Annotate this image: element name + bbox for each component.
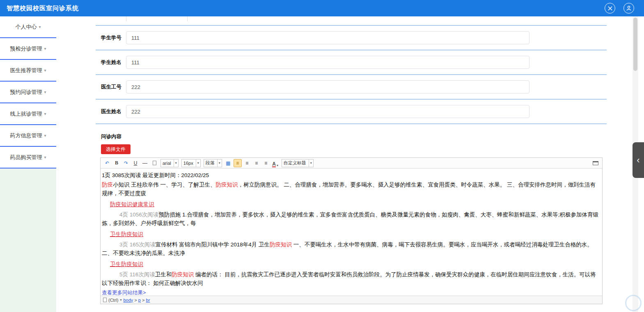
choose-file-button[interactable]: 选择文件 — [101, 144, 131, 154]
custom-title-value: 自定义标题 — [284, 160, 306, 166]
sidebar-footer — [0, 169, 56, 312]
editor-paragraph: 5页 116次阅读卫生和防疫知识 编者的话： 目前，抗震救灾工作已逐步进入受害者… — [102, 270, 601, 287]
editor-toolbar: ↶ B ↷ U — arial ▾ 16px ▾ 段落 — [101, 158, 602, 169]
sidebar-item[interactable]: 预检分诊管理▾ — [0, 38, 56, 60]
undo-icon[interactable]: ↶ — [103, 159, 111, 167]
student-number-input[interactable] — [126, 31, 529, 44]
partial-input[interactable] — [126, 16, 188, 21]
fullscreen-icon[interactable] — [591, 159, 600, 167]
doctor-name-label: 医生姓名 — [101, 108, 126, 115]
font-family-value: arial — [163, 161, 171, 166]
align-justify-icon[interactable]: ≡ — [262, 159, 270, 167]
element-path-link[interactable]: body — [123, 298, 133, 303]
bold-button[interactable]: B — [112, 159, 121, 167]
sidebar-item-label: 预检分诊管理 — [10, 45, 42, 52]
chevron-down-icon: ▾ — [196, 159, 200, 167]
editor-paragraph: 3页 165次阅读宣传材料 富锦市向阳川镇中学 2018年4月 卫生防疫知识 一… — [102, 240, 601, 257]
text-segment: 4页 1056次阅读 — [119, 212, 158, 218]
text-segment: 防疫知识 — [172, 271, 194, 278]
paragraph-value: 段落 — [206, 160, 215, 166]
font-size-select[interactable]: 16px ▾ — [181, 159, 201, 167]
redo-icon[interactable]: ↷ — [122, 159, 130, 167]
sidebar-item-label: 医生推荐管理 — [10, 67, 42, 74]
doctor-number-row: 医生工号 — [89, 75, 633, 99]
text-segment: 防疫知识 — [270, 241, 292, 248]
path-separator: > — [133, 298, 138, 303]
element-path-link[interactable]: br — [146, 298, 150, 303]
partial-field-row — [89, 16, 633, 21]
editor-statusbar: (Ctrl) ▾ body > p > br — [101, 296, 602, 304]
font-size-value: 16px — [183, 161, 193, 166]
result-link[interactable]: 卫生防疫知识 — [110, 231, 143, 237]
result-link[interactable]: 卫生防疫知识 — [110, 261, 143, 267]
chevron-down-icon: ▾ — [277, 164, 278, 167]
chevron-down-icon: ▾ — [309, 159, 313, 167]
font-color-letter: A — [272, 162, 276, 167]
sidebar-item[interactable]: 药品购买管理▾ — [0, 147, 56, 169]
text-segment: 防疫知识 — [216, 182, 238, 188]
table-icon[interactable]: ▦ — [224, 159, 232, 167]
element-path: body > p > br — [123, 298, 150, 303]
chevron-down-icon: ▾ — [44, 68, 46, 73]
paste-icon[interactable] — [103, 298, 107, 302]
student-number-label: 学生学号 — [101, 34, 126, 41]
chevron-down-icon: ▾ — [217, 159, 222, 167]
sidebar-item[interactable]: 线上就诊管理▾ — [0, 103, 56, 125]
editor-paragraph: 4页 1056次阅读预防措施 1.合理膳食，增加营养，要多饮水，摄入足够的维生素… — [102, 210, 601, 228]
student-name-input[interactable] — [126, 56, 529, 69]
editor-content[interactable]: 1页 3085次阅读 最近更新时间：2022/02/25防疫小知识 王桂欣辛伟 … — [101, 169, 602, 296]
editor-paragraph: 卫生防疫知识 — [102, 260, 601, 269]
chevron-down-icon: ▾ — [44, 46, 46, 51]
document-icon[interactable] — [150, 159, 158, 167]
app-title: 智慧校园校医室问诊系统 — [7, 5, 79, 12]
close-icon[interactable] — [605, 3, 615, 14]
align-right-icon[interactable]: ≡ — [252, 159, 261, 167]
editor-paragraph: 防疫知识健康常识 — [102, 200, 601, 209]
text-segment: 小知识 王桂欣辛伟 一、学习、了解卫生、 — [113, 182, 216, 188]
sidebar-item-label: 药方信息管理 — [10, 132, 42, 139]
student-name-label: 学生姓名 — [101, 59, 126, 66]
sidebar-item[interactable]: 药方信息管理▾ — [0, 125, 56, 147]
topbar-icons — [605, 3, 634, 14]
content-label: 问诊内容 — [101, 133, 633, 140]
underline-button[interactable]: U — [131, 159, 140, 167]
align-center-icon[interactable]: ≡ — [243, 159, 251, 167]
doctor-number-label: 医生工号 — [101, 84, 126, 91]
editor-paragraph: 查看更多同站结果> — [102, 288, 601, 296]
strikethrough-button[interactable]: — — [141, 159, 149, 167]
sidebar-item-label: 药品购买管理 — [10, 154, 42, 161]
path-separator: > — [141, 298, 146, 303]
rich-text-editor: ↶ B ↷ U — arial ▾ 16px ▾ 段落 — [100, 157, 603, 304]
text-segment: 宣传材料 富锦市向阳川镇中学 2018年4月 卫生 — [156, 241, 270, 248]
student-name-row: 学生姓名 — [89, 50, 633, 74]
sidebar-item-label: 预约问诊管理 — [10, 89, 42, 96]
editor-paragraph: 卫生防疫知识 — [102, 230, 601, 239]
side-panel-toggle[interactable]: ‹ — [633, 142, 644, 178]
result-link[interactable]: 防疫知识健康常识 — [110, 201, 154, 207]
doctor-name-input[interactable] — [126, 105, 529, 118]
sidebar-item[interactable]: 预约问诊管理▾ — [0, 82, 56, 103]
font-family-select[interactable]: arial ▾ — [160, 159, 179, 167]
sidebar-menu: 个人中心▾预检分诊管理▾医生推荐管理▾预约问诊管理▾线上就诊管理▾药方信息管理▾… — [0, 16, 56, 169]
align-left-icon[interactable]: ≡ — [234, 159, 242, 167]
more-results-link[interactable]: 查看更多同站结果> — [102, 290, 146, 296]
text-segment: 5页 116次阅读 — [119, 271, 155, 278]
text-segment: 卫生和 — [155, 271, 172, 278]
sidebar-item[interactable]: 医生推荐管理▾ — [0, 60, 56, 82]
doctor-number-input[interactable] — [126, 80, 529, 93]
editor-paragraph: 防疫小知识 王桂欣辛伟 一、学习、了解卫生、防疫知识，树立防病意识。 二、合理膳… — [102, 180, 601, 198]
paragraph-select[interactable]: 段落 ▾ — [204, 159, 222, 167]
text-segment: 预防措施 1.合理膳食，增加营养，要多饮水，摄入足够的维生素，宜多食些富含优质蛋… — [102, 212, 598, 226]
sidebar-item-label: 线上就诊管理 — [10, 110, 42, 118]
text-segment: 防疫 — [102, 182, 113, 188]
custom-title-select[interactable]: 自定义标题 ▾ — [282, 159, 314, 167]
watermark-circle — [625, 295, 642, 311]
chevron-down-icon: ▾ — [120, 298, 121, 302]
sidebar-item[interactable]: 个人中心▾ — [0, 16, 56, 38]
text-segment: 1页 3085次阅读 最近更新时间：2022/02/25 — [102, 172, 209, 178]
student-number-row: 学生学号 — [89, 26, 633, 50]
scrollbar-thumb[interactable] — [633, 18, 637, 71]
form-card: 学生学号 学生姓名 医生工号 医生姓名 问诊内容 选择文件 — [89, 16, 633, 312]
user-icon[interactable] — [623, 3, 634, 14]
font-color-button[interactable]: A ▾ — [271, 159, 280, 167]
